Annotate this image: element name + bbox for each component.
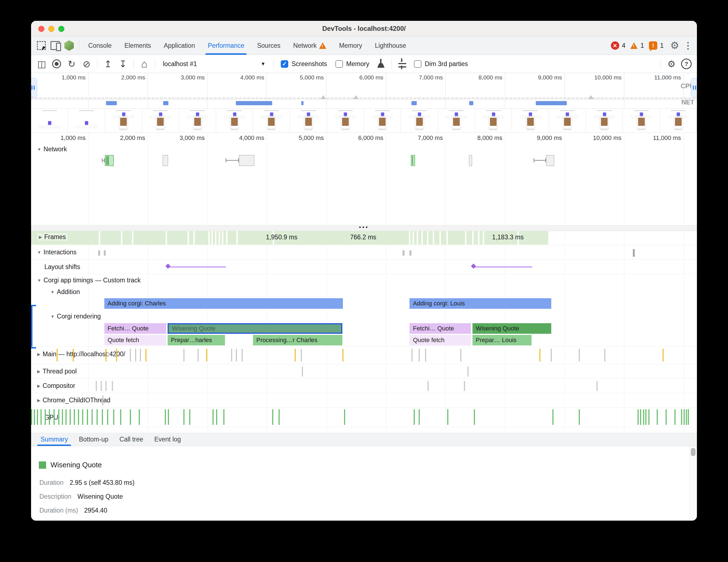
activity-tick[interactable] bbox=[120, 409, 121, 425]
activity-tick[interactable] bbox=[78, 409, 79, 425]
filmstrip-thumbnail[interactable] bbox=[549, 109, 586, 132]
activity-tick[interactable] bbox=[242, 349, 243, 362]
activity-tick[interactable] bbox=[183, 349, 184, 362]
activity-tick[interactable] bbox=[414, 409, 415, 425]
track-custom-addition[interactable]: ▼ Addition bbox=[50, 288, 80, 296]
activity-tick[interactable] bbox=[279, 409, 280, 425]
activity-tick[interactable] bbox=[92, 409, 93, 425]
filmstrip-thumbnail[interactable] bbox=[401, 109, 438, 132]
activity-tick[interactable] bbox=[70, 409, 71, 425]
layout-shift-diamond[interactable] bbox=[471, 263, 476, 268]
activity-tick[interactable] bbox=[189, 409, 190, 425]
activity-tick[interactable] bbox=[130, 409, 131, 425]
filmstrip-thumbnail[interactable] bbox=[142, 109, 179, 132]
triangle-down-icon[interactable]: ▼ bbox=[50, 290, 55, 294]
clear-icon[interactable]: ⊘ bbox=[80, 57, 93, 70]
activity-tick[interactable] bbox=[73, 349, 74, 362]
tab-sources[interactable]: Sources bbox=[251, 36, 287, 55]
interaction-mark[interactable] bbox=[403, 250, 405, 256]
filmstrip-thumbnail[interactable] bbox=[290, 109, 327, 132]
extension-hexagon-icon[interactable] bbox=[63, 39, 75, 52]
activity-tick[interactable] bbox=[551, 349, 552, 362]
activity-tick[interactable] bbox=[105, 349, 107, 362]
activity-tick[interactable] bbox=[49, 409, 50, 425]
warnings-badge-icon[interactable] bbox=[630, 42, 638, 49]
activity-tick[interactable] bbox=[604, 349, 605, 362]
flame-bar[interactable]: Fetchi… Quote bbox=[104, 323, 166, 334]
activity-tick[interactable] bbox=[139, 409, 140, 425]
filmstrip-thumbnail[interactable] bbox=[586, 109, 623, 132]
dim-3rd-parties-checkbox[interactable]: Dim 3rd parties bbox=[411, 60, 471, 68]
activity-tick[interactable] bbox=[105, 381, 107, 391]
settings-gear-icon[interactable]: ⚙ bbox=[669, 40, 681, 51]
interaction-mark[interactable] bbox=[104, 250, 106, 256]
layout-shift-diamond[interactable] bbox=[165, 263, 170, 268]
filmstrip-thumbnail[interactable] bbox=[512, 109, 549, 132]
activity-tick[interactable] bbox=[206, 349, 207, 362]
filmstrip-thumbnail[interactable] bbox=[438, 109, 475, 132]
tab-lighthouse[interactable]: Lighthouse bbox=[368, 36, 413, 55]
activity-tick[interactable] bbox=[579, 349, 580, 362]
activity-tick[interactable] bbox=[216, 409, 217, 425]
upload-profile-icon[interactable]: ↥ bbox=[101, 57, 115, 70]
track-custom-header[interactable]: ▼ Corgi app timings — Custom track bbox=[37, 276, 141, 284]
activity-tick[interactable] bbox=[460, 349, 461, 362]
activity-tick[interactable] bbox=[37, 409, 38, 425]
activity-tick[interactable] bbox=[684, 409, 685, 425]
activity-tick[interactable] bbox=[657, 409, 658, 425]
track-network[interactable]: ▼ Network bbox=[37, 145, 67, 153]
record-icon[interactable] bbox=[50, 57, 63, 70]
activity-tick[interactable] bbox=[643, 409, 644, 425]
track-compositor[interactable]: ▶ Compositor bbox=[37, 382, 75, 390]
details-tab-call-tree[interactable]: Call tree bbox=[115, 433, 148, 446]
filmstrip-thumbnail[interactable] bbox=[68, 109, 105, 132]
activity-tick[interactable] bbox=[596, 381, 598, 391]
activity-tick[interactable] bbox=[474, 409, 475, 425]
filmstrip-thumbnail[interactable] bbox=[31, 109, 68, 132]
filmstrip-thumbnail[interactable] bbox=[216, 109, 253, 132]
details-tab-bottom-up[interactable]: Bottom-up bbox=[74, 433, 113, 446]
activity-tick[interactable] bbox=[236, 349, 237, 362]
flame-bar[interactable]: Prepar…harles bbox=[168, 335, 225, 346]
reload-and-record-icon[interactable]: ↻ bbox=[65, 57, 78, 70]
network-request[interactable] bbox=[105, 155, 114, 166]
screenshots-checkbox[interactable]: ✓ Screenshots bbox=[277, 60, 330, 68]
toggle-sidebar-icon[interactable]: ◫ bbox=[35, 57, 48, 70]
activity-tick[interactable] bbox=[640, 409, 641, 425]
network-request[interactable] bbox=[163, 155, 168, 166]
activity-tick[interactable] bbox=[54, 409, 55, 425]
activity-tick[interactable] bbox=[579, 409, 580, 425]
activity-tick[interactable] bbox=[342, 349, 343, 362]
triangle-down-icon[interactable]: ▼ bbox=[50, 314, 55, 319]
activity-tick[interactable] bbox=[168, 409, 169, 425]
activity-tick[interactable] bbox=[96, 381, 97, 391]
triangle-right-icon[interactable]: ▶ bbox=[37, 384, 41, 389]
timeline-overview[interactable]: CPU NET II II 1,000 ms2,000 ms3,000 ms4,… bbox=[31, 73, 697, 109]
activity-tick[interactable] bbox=[688, 409, 689, 425]
activity-tick[interactable] bbox=[674, 409, 676, 425]
errors-badge-icon[interactable]: ✕ bbox=[611, 41, 619, 50]
triangle-right-icon[interactable]: ▶ bbox=[37, 398, 41, 403]
activity-tick[interactable] bbox=[428, 381, 429, 391]
flamechart-tracks[interactable]: ▼ Network ▼ Interactions Layout shifts ▼… bbox=[31, 133, 697, 433]
layout-shift-line[interactable] bbox=[474, 266, 532, 268]
filmstrip-thumbnail[interactable] bbox=[660, 109, 697, 132]
activity-tick[interactable] bbox=[101, 381, 102, 391]
activity-tick[interactable] bbox=[130, 349, 131, 362]
activity-tick[interactable] bbox=[552, 409, 553, 425]
activity-tick[interactable] bbox=[34, 409, 35, 425]
activity-tick[interactable] bbox=[666, 409, 667, 425]
filmstrip-thumbnail[interactable] bbox=[364, 109, 401, 132]
activity-tick[interactable] bbox=[447, 409, 448, 425]
tab-network[interactable]: Network bbox=[287, 36, 333, 55]
flame-bar[interactable]: Processing…r Charles bbox=[253, 335, 342, 346]
activity-tick[interactable] bbox=[57, 349, 58, 362]
flame-bar[interactable]: Adding corgi: Charles bbox=[104, 298, 343, 309]
activity-tick[interactable] bbox=[645, 409, 646, 425]
filmstrip-thumbnail[interactable] bbox=[475, 109, 512, 132]
activity-tick[interactable] bbox=[419, 349, 420, 362]
flame-bar[interactable]: Prepar… Louis bbox=[472, 335, 532, 346]
memory-checkbox[interactable]: Memory bbox=[332, 60, 373, 68]
collect-garbage-icon[interactable] bbox=[374, 57, 388, 70]
activity-tick[interactable] bbox=[41, 409, 42, 425]
